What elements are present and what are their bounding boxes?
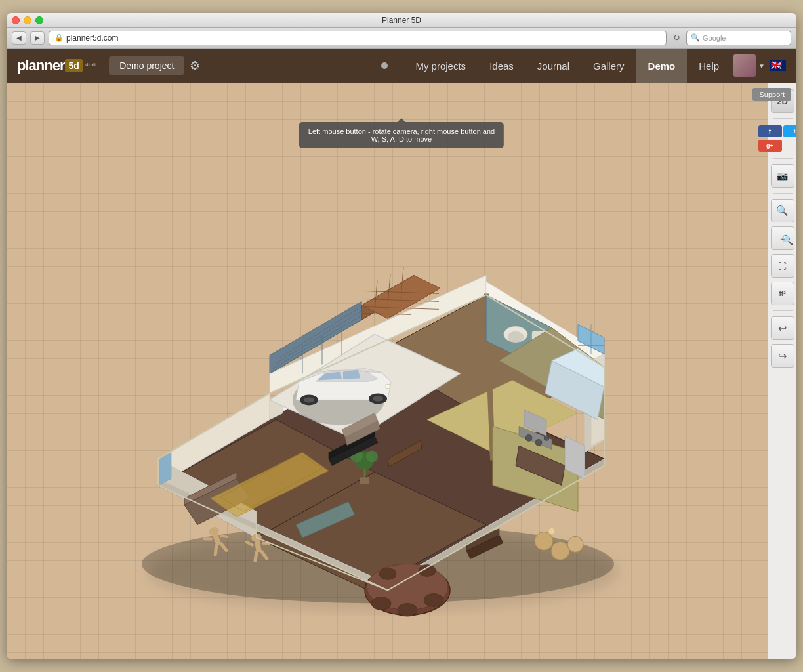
- logo-5d: 5d: [65, 59, 82, 72]
- divider-1: [773, 118, 793, 119]
- avatar-dropdown-arrow[interactable]: ▼: [758, 62, 765, 70]
- browser-window: Planner 5D ◀ ▶ 🔒 planner5d.com ↻ 🔍 Googl…: [7, 13, 796, 659]
- zoom-in-icon: 🔍: [776, 205, 789, 217]
- redo-icon: ↪: [778, 350, 787, 362]
- back-button[interactable]: ◀: [12, 32, 26, 45]
- unit-toggle-button[interactable]: ft²: [771, 282, 794, 305]
- close-button[interactable]: [12, 16, 20, 24]
- redo-button[interactable]: ↪: [771, 344, 794, 368]
- googleplus-button[interactable]: g+: [758, 140, 782, 152]
- project-name[interactable]: Demo project: [109, 56, 184, 75]
- logo-studio: studio: [85, 62, 98, 68]
- language-flag[interactable]: [770, 60, 786, 71]
- divider-3: [773, 193, 793, 194]
- social-share-group: f t g+: [758, 125, 797, 152]
- nav-my-projects[interactable]: My projects: [403, 49, 478, 83]
- nav-gallery[interactable]: Gallery: [581, 49, 636, 83]
- svg-point-46: [304, 397, 314, 402]
- app-nav: planner 5d studio Demo project ⚙ My proj…: [7, 49, 796, 83]
- search-icon: 🔍: [691, 33, 700, 42]
- address-bar[interactable]: 🔒 planner5d.com: [49, 31, 667, 45]
- undo-button[interactable]: ↩: [771, 316, 794, 340]
- svg-point-104: [548, 528, 555, 534]
- svg-rect-48: [386, 384, 390, 388]
- screenshot-button[interactable]: 📷: [771, 164, 794, 188]
- svg-point-87: [366, 450, 378, 462]
- logo: planner 5d studio: [17, 57, 98, 74]
- browser-toolbar: ◀ ▶ 🔒 planner5d.com ↻ 🔍 Google: [7, 28, 796, 49]
- nav-journal[interactable]: Journal: [525, 49, 581, 83]
- svg-point-101: [535, 532, 553, 550]
- logo-text: planner: [17, 57, 64, 74]
- svg-point-103: [567, 536, 583, 552]
- support-button[interactable]: Support: [752, 88, 791, 101]
- minimize-button[interactable]: [24, 16, 31, 24]
- maximize-button[interactable]: [35, 16, 43, 24]
- forward-button[interactable]: ▶: [30, 32, 45, 45]
- main-viewport: Support Left mouse button - rotate camer…: [7, 83, 796, 659]
- nav-help[interactable]: Help: [687, 49, 731, 83]
- svg-point-47: [373, 396, 383, 401]
- undo-icon: ↩: [778, 322, 787, 335]
- svg-point-102: [551, 541, 569, 560]
- url-text: planner5d.com: [66, 33, 118, 43]
- secure-icon: 🔒: [54, 33, 64, 42]
- app-content: planner 5d studio Demo project ⚙ My proj…: [7, 49, 796, 659]
- zoom-in-button[interactable]: 🔍: [771, 199, 794, 222]
- svg-point-95: [398, 603, 417, 616]
- search-placeholder: Google: [703, 34, 726, 42]
- right-sidebar: 2D f t g+ 📷: [768, 83, 796, 659]
- nav-links: My projects Ideas Journal Gallery Demo H…: [403, 49, 731, 83]
- floorplan-3d[interactable]: [106, 144, 644, 616]
- svg-point-97: [379, 568, 396, 579]
- nav-dot: [381, 62, 388, 69]
- zoom-out-icon: 🔍 −: [780, 234, 785, 243]
- browser-title: Planner 5D: [382, 16, 421, 25]
- unit-label: ft²: [779, 290, 786, 297]
- browser-titlebar: Planner 5D: [7, 13, 796, 28]
- svg-rect-88: [360, 477, 369, 484]
- divider-4: [773, 310, 793, 311]
- twitter-button[interactable]: t: [783, 125, 797, 137]
- nav-ideas[interactable]: Ideas: [478, 49, 525, 83]
- camera-icon: 📷: [777, 171, 788, 181]
- reload-button[interactable]: ↻: [670, 32, 682, 44]
- traffic-lights: [12, 16, 43, 24]
- search-bar[interactable]: 🔍 Google: [686, 31, 791, 45]
- settings-button[interactable]: ⚙: [190, 58, 200, 73]
- svg-point-51: [508, 331, 524, 342]
- svg-point-63: [535, 439, 542, 446]
- zoom-out-button[interactable]: 🔍 −: [771, 226, 794, 250]
- facebook-button[interactable]: f: [758, 125, 782, 137]
- fullscreen-icon: ⛶: [778, 261, 787, 271]
- avatar[interactable]: [733, 54, 756, 77]
- nav-demo[interactable]: Demo: [636, 49, 688, 83]
- svg-point-96: [424, 593, 443, 606]
- fullscreen-button[interactable]: ⛶: [771, 254, 794, 278]
- svg-point-94: [371, 597, 391, 610]
- svg-point-62: [525, 434, 532, 441]
- divider-2: [773, 158, 793, 159]
